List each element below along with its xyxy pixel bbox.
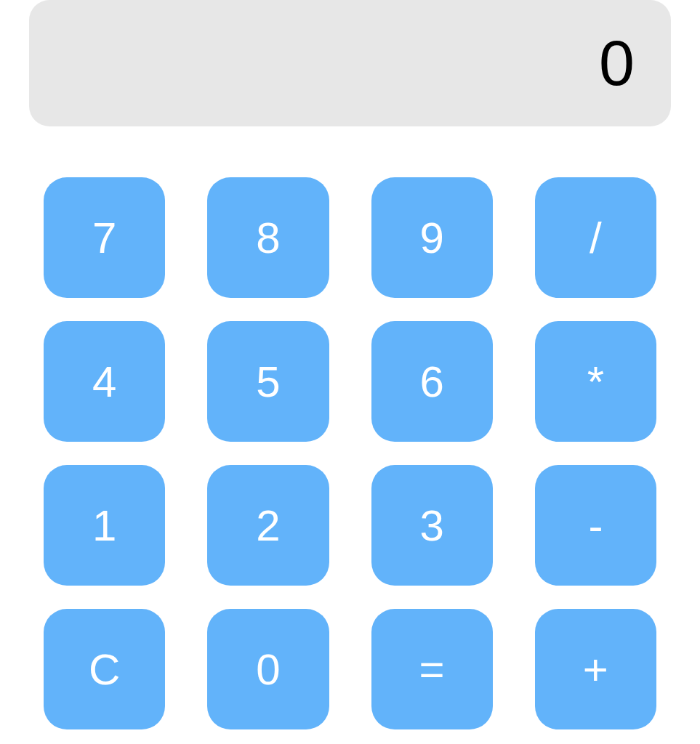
calculator-display: 0 bbox=[29, 0, 671, 126]
calculator-keypad: 7 8 9 / 4 5 6 * 1 2 3 - C 0 = + bbox=[0, 126, 700, 744]
key-3[interactable]: 3 bbox=[371, 465, 493, 586]
calculator: 0 7 8 9 / 4 5 6 * 1 2 3 - C 0 = + bbox=[0, 0, 700, 744]
key-subtract[interactable]: - bbox=[535, 465, 656, 586]
key-4[interactable]: 4 bbox=[44, 321, 165, 442]
key-9[interactable]: 9 bbox=[371, 177, 493, 298]
key-equals[interactable]: = bbox=[371, 609, 493, 729]
key-1[interactable]: 1 bbox=[44, 465, 165, 586]
key-2[interactable]: 2 bbox=[207, 465, 329, 586]
key-clear[interactable]: C bbox=[44, 609, 165, 729]
display-value: 0 bbox=[599, 26, 635, 100]
key-add[interactable]: + bbox=[535, 609, 656, 729]
key-0[interactable]: 0 bbox=[207, 609, 329, 729]
key-5[interactable]: 5 bbox=[207, 321, 329, 442]
key-divide[interactable]: / bbox=[535, 177, 656, 298]
key-8[interactable]: 8 bbox=[207, 177, 329, 298]
key-6[interactable]: 6 bbox=[371, 321, 493, 442]
key-multiply[interactable]: * bbox=[535, 321, 656, 442]
key-7[interactable]: 7 bbox=[44, 177, 165, 298]
